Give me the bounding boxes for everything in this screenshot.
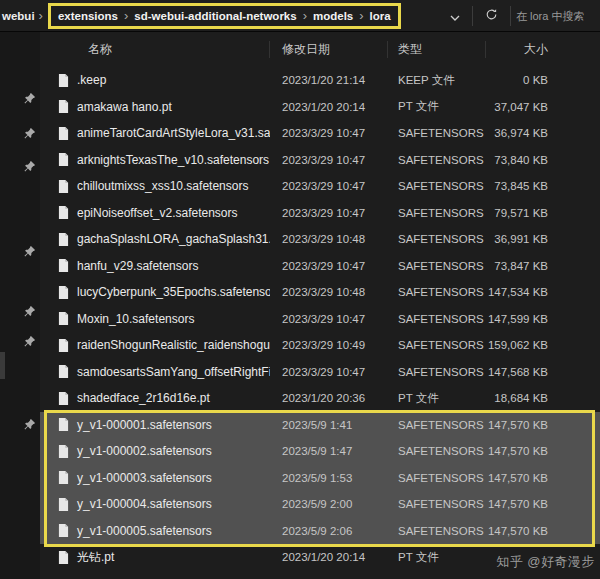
breadcrumb-separator: ›	[118, 8, 134, 23]
file-type: SAFETENSORS ...	[388, 233, 486, 245]
breadcrumb-item-extensions[interactable]: extensions	[58, 10, 118, 22]
column-header-size[interactable]: 大小	[486, 32, 600, 67]
toolbar-divider	[510, 6, 511, 26]
file-row[interactable]: amakawa hano.pt 2023/1/20 20:14 PT 文件 37…	[40, 94, 600, 121]
column-header-date-modified[interactable]: 修改日期	[270, 32, 388, 67]
file-date: 2023/5/9 1:53	[270, 472, 388, 484]
address-bar: webui › extensions›sd-webui-additional-n…	[0, 0, 600, 32]
file-name: y_v1-000002.safetensors	[77, 444, 212, 458]
file-name: chilloutmixss_xss10.safetensors	[77, 179, 248, 193]
file-date: 2023/3/29 10:47	[270, 180, 388, 192]
file-size: 37,047 KB	[486, 101, 600, 113]
file-explorer-window: webui › extensions›sd-webui-additional-n…	[0, 0, 600, 579]
file-icon	[58, 206, 69, 219]
file-row[interactable]: y_v1-000001.safetensors 2023/5/9 1:41 SA…	[40, 412, 600, 439]
file-size: 147,568 KB	[486, 366, 600, 378]
column-header-type[interactable]: 类型	[388, 32, 486, 67]
file-size: 73,845 KB	[486, 180, 600, 192]
file-size: 73,847 KB	[486, 260, 600, 272]
file-icon	[58, 286, 69, 299]
file-name: lucyCyberpunk_35Epochs.safetensors	[77, 285, 270, 299]
pin-icon[interactable]	[23, 244, 36, 257]
column-header-name[interactable]: 名称	[40, 32, 270, 67]
file-size: 147,570 KB	[486, 419, 600, 431]
breadcrumb-separator: ›	[35, 8, 47, 23]
file-date: 2023/5/9 2:06	[270, 525, 388, 537]
file-icon	[58, 551, 69, 564]
file-row[interactable]: y_v1-000003.safetensors 2023/5/9 1:53 SA…	[40, 465, 600, 492]
file-row[interactable]: animeTarotCardArtStyleLora_v31.safe... 2…	[40, 120, 600, 147]
sidebar-scrollbar[interactable]	[0, 352, 5, 379]
file-size: 147,534 KB	[486, 286, 600, 298]
file-row[interactable]: .keep 2023/1/20 21:14 KEEP 文件 0 KB	[40, 67, 600, 94]
file-icon	[58, 445, 69, 458]
file-row[interactable]: chilloutmixss_xss10.safetensors 2023/3/2…	[40, 173, 600, 200]
watermark: 知乎 @好奇漫步	[496, 553, 595, 571]
file-name: amakawa hano.pt	[77, 100, 172, 114]
sidebar	[0, 32, 40, 579]
file-date: 2023/1/20 21:14	[270, 74, 388, 86]
file-icon	[58, 365, 69, 378]
file-date: 2023/3/29 10:47	[270, 313, 388, 325]
file-size: 79,571 KB	[486, 207, 600, 219]
pin-icon[interactable]	[23, 159, 36, 172]
pin-icon[interactable]	[23, 126, 36, 139]
file-size: 147,570 KB	[486, 525, 600, 537]
file-type: SAFETENSORS ...	[388, 180, 486, 192]
file-date: 2023/1/20 20:36	[270, 392, 388, 404]
file-row[interactable]: epiNoiseoffset_v2.safetensors 2023/3/29 …	[40, 200, 600, 227]
file-size: 0 KB	[486, 74, 600, 86]
file-row[interactable]: arknightsTexasThe_v10.safetensors 2023/3…	[40, 147, 600, 174]
pin-icon[interactable]	[23, 417, 36, 430]
file-date: 2023/3/29 10:48	[270, 286, 388, 298]
file-date: 2023/5/9 1:47	[270, 445, 388, 457]
file-row[interactable]: y_v1-000004.safetensors 2023/5/9 2:00 SA…	[40, 491, 600, 518]
file-icon	[58, 339, 69, 352]
file-type: KEEP 文件	[388, 73, 486, 88]
file-row[interactable]: Moxin_10.safetensors 2023/3/29 10:47 SAF…	[40, 306, 600, 333]
file-date: 2023/3/29 10:49	[270, 339, 388, 351]
file-date: 2023/5/9 2:00	[270, 498, 388, 510]
file-type: SAFETENSORS ...	[388, 127, 486, 139]
breadcrumb-item-sd-webui-additional-networks[interactable]: sd-webui-additional-networks	[134, 10, 296, 22]
search-input[interactable]	[514, 9, 596, 23]
file-size: 73,840 KB	[486, 154, 600, 166]
breadcrumb-separator: ›	[353, 8, 369, 23]
file-size: 147,599 KB	[486, 313, 600, 325]
pin-icon[interactable]	[23, 304, 36, 317]
file-row[interactable]: gachaSplashLORA_gachaSplash31.saf... 202…	[40, 226, 600, 253]
file-name: epiNoiseoffset_v2.safetensors	[77, 206, 238, 220]
file-row[interactable]: lucyCyberpunk_35Epochs.safetensors 2023/…	[40, 279, 600, 306]
address-dropdown-button[interactable]	[441, 0, 469, 31]
file-type: PT 文件	[388, 391, 486, 406]
file-name: Moxin_10.safetensors	[77, 312, 194, 326]
file-row[interactable]: samdoesartsSamYang_offsetRightFile... 20…	[40, 359, 600, 386]
file-row[interactable]: y_v1-000005.safetensors 2023/5/9 2:06 SA…	[40, 518, 600, 545]
file-icon	[58, 498, 69, 511]
file-name: arknightsTexasThe_v10.safetensors	[77, 153, 269, 167]
file-row[interactable]: shadedface_2r16d16e.pt 2023/1/20 20:36 P…	[40, 385, 600, 412]
file-date: 2023/3/29 10:47	[270, 366, 388, 378]
file-type: SAFETENSORS ...	[388, 154, 486, 166]
file-row[interactable]: y_v1-000002.safetensors 2023/5/9 1:47 SA…	[40, 438, 600, 465]
pin-icon[interactable]	[23, 91, 36, 104]
file-date: 2023/5/9 1:41	[270, 419, 388, 431]
file-size: 147,570 KB	[486, 445, 600, 457]
breadcrumb-path-box: extensions›sd-webui-additional-networks›…	[48, 3, 401, 29]
pin-icon[interactable]	[23, 334, 36, 347]
file-row[interactable]: raidenShogunRealistic_raidenshogun... 20…	[40, 332, 600, 359]
file-type: SAFETENSORS ...	[388, 313, 486, 325]
file-name: animeTarotCardArtStyleLora_v31.safe...	[77, 126, 270, 140]
toolbar-divider	[472, 6, 473, 26]
file-date: 2023/1/20 20:14	[270, 101, 388, 113]
file-row[interactable]: hanfu_v29.safetensors 2023/3/29 10:47 SA…	[40, 253, 600, 280]
file-type: SAFETENSORS ...	[388, 366, 486, 378]
file-icon	[58, 233, 69, 246]
breadcrumb-item-webui[interactable]: webui	[0, 10, 35, 22]
breadcrumb-item-lora[interactable]: lora	[370, 10, 391, 22]
file-type: SAFETENSORS ...	[388, 286, 486, 298]
breadcrumb-item-models[interactable]: models	[313, 10, 353, 22]
file-name: y_v1-000003.safetensors	[77, 471, 212, 485]
file-type: SAFETENSORS ...	[388, 525, 486, 537]
refresh-button[interactable]	[476, 0, 507, 31]
